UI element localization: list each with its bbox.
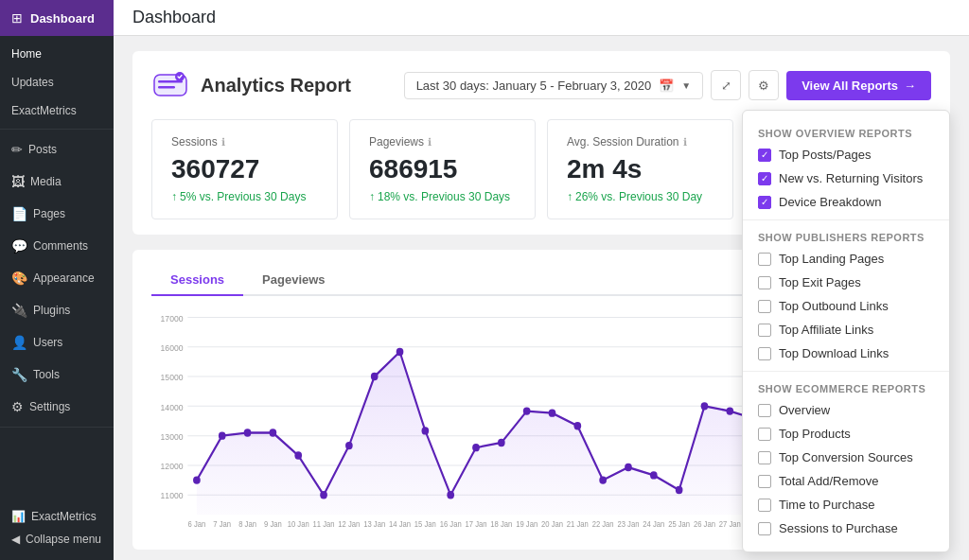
svg-point-22 [294,451,302,459]
checkbox-top-conversion[interactable] [758,451,771,464]
tab-sessions[interactable]: Sessions [151,265,243,296]
sidebar-item-media[interactable]: 🖼 Media [0,166,114,198]
sidebar-header[interactable]: ⊞ Dashboard [0,0,114,36]
sidebar-item-users[interactable]: 👤 Users [0,326,114,359]
svg-text:10 Jan: 10 Jan [288,519,309,528]
sessions-to-purchase-label: Sessions to Purchase [779,521,898,535]
date-range-text: Last 30 days: January 5 - February 3, 20… [416,79,652,93]
dropdown-item-top-outbound[interactable]: Top Outbound Links [743,294,949,318]
svg-point-29 [472,444,480,451]
dropdown-item-time-to-purchase[interactable]: Time to Purchase [743,493,949,516]
top-conversion-label: Top Conversion Sources [779,450,913,464]
dropdown-item-top-download[interactable]: Top Download Links [743,341,949,365]
sidebar-nav-updates[interactable]: Updates [0,68,114,96]
sidebar-exactmetrics[interactable]: 📊 ExactMetrics [11,505,102,528]
sidebar-item-settings[interactable]: ⚙ Settings [0,391,114,423]
sidebar-item-plugins-label: Plugins [33,304,70,317]
sidebar-collapse-label: Collapse menu [26,533,101,546]
dropdown-item-top-posts[interactable]: ✓ Top Posts/Pages [743,143,949,166]
sidebar-nav-home[interactable]: Home [0,40,114,68]
checkbox-top-landing[interactable] [758,253,771,266]
svg-text:25 Jan: 25 Jan [668,519,690,528]
svg-text:12 Jan: 12 Jan [338,519,360,528]
sidebar-item-posts-label: Posts [28,143,57,156]
dropdown-item-total-add-remove[interactable]: Total Add/Remove [743,469,949,493]
svg-point-19 [219,431,226,439]
publishers-section-title: Show Publishers Reports [743,226,949,247]
sidebar-item-pages[interactable]: 📄 Pages [0,198,114,230]
arrow-right-icon: → [904,79,916,93]
resize-icon: ⤢ [721,79,731,93]
dashboard-icon: ⊞ [11,10,23,26]
settings-button[interactable]: ⚙ [749,70,779,100]
top-exit-label: Top Exit Pages [779,275,861,289]
sidebar-item-comments[interactable]: 💬 Comments [0,230,114,262]
svg-point-34 [599,476,607,483]
dropdown-item-top-conversion[interactable]: Top Conversion Sources [743,446,949,469]
checkbox-top-download[interactable] [758,347,771,360]
ecommerce-section-title: Show eCommerce Reports [743,377,949,398]
svg-point-37 [676,486,683,494]
svg-point-27 [422,427,430,434]
total-add-remove-label: Total Add/Remove [779,474,879,488]
sidebar-item-media-label: Media [30,175,62,188]
sidebar-item-users-label: Users [33,336,62,349]
checkbox-device-breakdown[interactable]: ✓ [758,196,771,209]
svg-text:7 Jan: 7 Jan [213,519,231,528]
checkbox-new-returning[interactable]: ✓ [758,172,771,185]
date-picker[interactable]: Last 30 days: January 5 - February 3, 20… [404,72,704,99]
dropdown-divider-1 [743,219,949,220]
analytics-title: Analytics Report [201,75,351,96]
resize-button[interactable]: ⤢ [711,70,741,100]
dropdown-item-top-affiliate[interactable]: Top Affiliate Links [743,318,949,341]
pageviews-label: Pageviews ℹ [369,135,516,149]
users-icon: 👤 [11,335,27,350]
analytics-controls: Last 30 days: January 5 - February 3, 20… [404,70,931,100]
sidebar-nav-exactmetrics[interactable]: ExactMetrics [0,96,114,125]
checkbox-time-to-purchase[interactable] [758,499,771,512]
svg-text:11000: 11000 [161,491,184,500]
sidebar-top-nav: Home Updates ExactMetrics [0,36,114,125]
svg-text:9 Jan: 9 Jan [264,519,282,528]
dropdown-item-overview[interactable]: Overview [743,398,949,422]
top-outbound-label: Top Outbound Links [779,299,889,313]
svg-point-36 [650,471,658,479]
checkbox-top-exit[interactable] [758,276,771,289]
checkbox-top-outbound[interactable] [758,300,771,313]
main-body: Analytics Report Last 30 days: January 5… [114,36,969,560]
svg-point-26 [396,348,404,356]
sidebar-item-posts[interactable]: ✏ Posts [0,133,114,166]
svg-text:26 Jan: 26 Jan [694,519,715,528]
svg-text:13000: 13000 [161,431,184,441]
calendar-icon: 📅 [659,79,674,93]
view-all-reports-button[interactable]: View All Reports → [786,71,931,100]
sessions-value: 360727 [171,154,318,184]
dropdown-item-top-exit[interactable]: Top Exit Pages [743,271,949,294]
gear-icon: ⚙ [758,79,769,93]
dropdown-item-new-returning[interactable]: ✓ New vs. Returning Visitors [743,166,949,190]
checkbox-top-products[interactable] [758,428,771,441]
view-all-label: View All Reports [802,79,898,93]
checkbox-top-affiliate[interactable] [758,324,771,337]
dropdown-item-top-products[interactable]: Top Products [743,422,949,446]
svg-text:15000: 15000 [161,373,184,382]
checkbox-total-add-remove[interactable] [758,475,771,488]
sidebar-collapse[interactable]: ◀ Collapse menu [11,528,102,551]
dropdown-item-device-breakdown[interactable]: ✓ Device Breakdown [743,190,949,214]
dropdown-item-sessions-to-purchase[interactable]: Sessions to Purchase [743,516,949,540]
tab-pageviews[interactable]: Pageviews [243,265,344,296]
svg-point-23 [320,491,327,499]
appearance-icon: 🎨 [11,271,27,286]
info-icon-pageviews: ℹ [428,136,432,149]
sidebar-item-appearance[interactable]: 🎨 Appearance [0,262,114,294]
checkbox-top-posts[interactable]: ✓ [758,149,771,162]
top-products-label: Top Products [779,427,851,441]
checkbox-sessions-to-purchase[interactable] [758,522,771,535]
checkbox-ecom-overview[interactable] [758,404,771,417]
sidebar-item-tools[interactable]: 🔧 Tools [0,359,114,391]
dropdown-item-top-landing[interactable]: Top Landing Pages [743,247,949,271]
reports-dropdown: Show Overview Reports ✓ Top Posts/Pages … [742,110,950,552]
stat-avg-session: Avg. Session Duration ℹ 2m 4s 26% vs. Pr… [547,119,733,219]
sidebar-item-plugins[interactable]: 🔌 Plugins [0,294,114,326]
sessions-label: Sessions ℹ [171,135,318,149]
